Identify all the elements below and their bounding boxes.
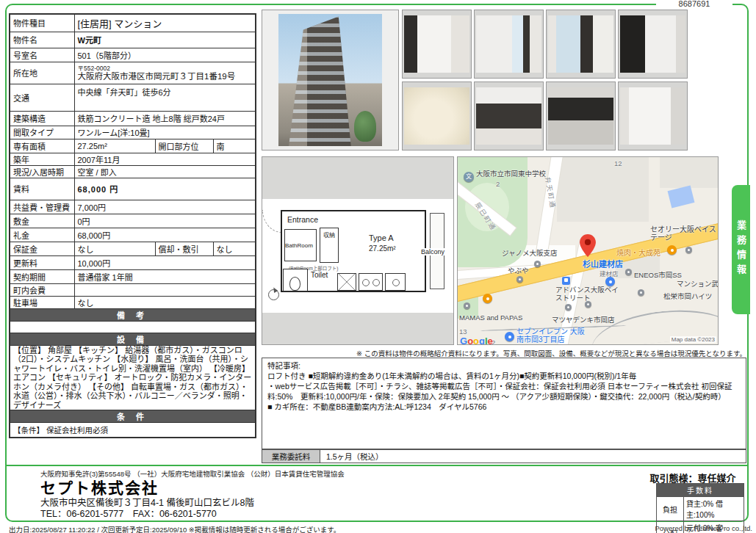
company-tel-fax: TEL：06-6201-5777 FAX：06-6201-5770 [40, 506, 217, 520]
map-label-mamas: MAMAS and PAPAS [459, 314, 522, 322]
row-value [74, 283, 256, 296]
postal-code: 〒552-0002 [78, 65, 253, 72]
map-attribution: Map data ©2023 [670, 336, 716, 343]
row-label: 契約期間 [10, 269, 74, 283]
side-tab-label: 業務情報 [734, 220, 748, 279]
map-label-yakiniku: 焼肉・大成苑 [616, 250, 660, 258]
fee-table-header: 手数料 [657, 484, 744, 497]
station-icon [562, 277, 570, 285]
poi-icon [565, 304, 572, 311]
row-label: 間取タイプ [10, 126, 74, 139]
rent-value: 68,000 円 [74, 178, 256, 200]
fee-row-value: 貸主:0% 借主:100% [684, 497, 744, 521]
photo-interior-window [546, 10, 616, 79]
entrance-door-arc [262, 210, 282, 233]
map-label-advance: アドバンス大阪ベイストリート [555, 286, 623, 302]
map-label-seven3: コンビニエンスストア [516, 344, 579, 345]
section-remarks-header: 備 考 [10, 308, 256, 321]
row-value: なし [74, 296, 256, 308]
floorplan-bathroom-label: BathRoom [285, 242, 313, 249]
floorplan-washer-space [337, 273, 356, 291]
special-notes-title: 特記事項: [267, 360, 741, 371]
row-value: 68,000円 [74, 228, 256, 242]
special-notes-line1: ロフト付き ■短期解約違約金あり(1年未満解約の場合は、賃料の1ヶ月分)■契約更… [267, 371, 741, 381]
output-date-line: 出力日:2025/08/27 11:20:22 / 次回更新予定日:2025/0… [9, 524, 340, 533]
map-label-sugiyama: 杉山建材店 [583, 261, 623, 269]
floorplan-entrance-label: Entrance [287, 215, 318, 224]
map-label-school: 大阪市立市岡東中学校 [476, 170, 546, 178]
section-equipment-header: 設 備 [10, 333, 256, 345]
powered-by: Powered by RealNetPro co.,ltd. [655, 524, 752, 532]
row-value: 501（5階部分） [74, 48, 256, 62]
fee-row-label: 負担 [657, 497, 684, 521]
row-value: 7,000円 [74, 200, 256, 214]
photo-thumbnail-grid [402, 10, 688, 151]
property-name: W元町 [74, 32, 256, 48]
floorplan: Entrance BathRoom 収納 (BathRoom上部ロフト) Toi… [262, 156, 454, 345]
poi-icon [625, 269, 632, 275]
special-notes-line3: ■ カギ所在：不動産BB連動案内方法:AL:呼1234 ダイヤル5766 [267, 402, 741, 412]
map-pin-icon [580, 234, 596, 257]
row-value: 空室 / 即入 [74, 165, 256, 178]
photo-bathroom [402, 81, 472, 151]
row-value: ワンルーム[洋:10畳] [74, 126, 256, 139]
row-label: 号室名 [10, 48, 74, 62]
address-cell: 〒552-0002大阪府大阪市港区市岡元町３丁目1番19号 [74, 62, 256, 84]
row-label: 所在地 [10, 62, 74, 84]
restaurant-icon [667, 245, 677, 255]
floorplan-closet-label: 収納 [323, 231, 335, 239]
compass-icon [268, 289, 279, 300]
row-label: 礼金 [10, 228, 74, 242]
commission-row: 業務委託料 1.5ヶ月（税込） [262, 449, 746, 463]
disclaimer-text: ※ この資料は物件の概略紹介資料になります。写真、間取図面、設備、概要などが現況… [262, 348, 746, 358]
row-label-2: 開口部方位 [155, 139, 213, 153]
row-value: 中央線「弁天町」徒歩6分 [74, 84, 256, 111]
row-label: 更新料 [10, 255, 74, 269]
map-label-seven2: 南市岡3丁目店 [516, 336, 565, 344]
photo-interior-loft-view [474, 10, 544, 79]
floorplan-sink-box [385, 273, 406, 291]
row-value: 27.25m² [74, 139, 155, 153]
building-exterior-image [278, 14, 382, 146]
photo-interior-living [402, 10, 472, 79]
commission-value: 1.5ヶ月（税込） [320, 450, 746, 463]
photo-hallway [618, 81, 688, 151]
poi-icon [534, 261, 541, 267]
poi-icon [516, 276, 523, 283]
commission-label: 業務委託料 [262, 450, 320, 463]
rent-label: 賃料 [10, 178, 74, 200]
row-value: 10,000円 [74, 255, 256, 269]
floorplan-balcony-label: Balcony [421, 248, 444, 255]
poi-icon [585, 301, 591, 308]
row-label: 築年 [10, 153, 74, 165]
convenience-store-icon [505, 332, 514, 341]
poi-icon [638, 289, 644, 296]
photo-kitchen-counter [474, 81, 544, 151]
conditions-text: 【条件】 保証会社利用必須 [10, 423, 256, 438]
map-block-number: 13 [459, 328, 467, 336]
photo-kitchen-stove [546, 81, 616, 151]
row-value-2: 南 [213, 139, 256, 153]
floorplan-toilet-label: Toilet [311, 271, 328, 279]
floorplan-type-label: Type A [369, 233, 394, 242]
row-value-2: なし [213, 242, 256, 255]
map-label-takechi: マンション武智 [677, 280, 719, 289]
row-value: なし [74, 242, 155, 255]
school-icon: 文 [464, 172, 474, 182]
map-label-seven1: セブンイレブン 大阪 [516, 328, 585, 336]
row-label-2: 償却・敷引 [155, 242, 213, 255]
poi-icon [464, 302, 470, 309]
floorplan-toilet-box [283, 269, 308, 291]
map-label-janome: ジャノメ大阪支店 [502, 250, 558, 258]
row-label: 物件種目 [10, 14, 74, 32]
equipment-text: 【位置】 角部屋 【キッチン】 給湯器（都市ガス）・ガスコンロ（2口）・システム… [10, 345, 256, 410]
side-tab-business-info: 業務情報 [732, 185, 750, 314]
map-label-matsuya: マツヤデンキ市岡店 [552, 316, 615, 324]
floorplan-area-label: 27.25m² [369, 244, 396, 253]
toilet-fixture [289, 277, 300, 291]
row-value: 2007年11月 [74, 153, 256, 165]
map-label-eneos: ENEOS市岡SS [634, 272, 682, 280]
location-map: 12 文 大阪市立市岡東中学校 2 弁天町通 辰巳町通 セオリー大阪ベイステージ… [457, 156, 719, 345]
address-text: 大阪府大阪市港区市岡元町３丁目1番19号 [78, 72, 253, 81]
map-block-number: 12 [614, 160, 622, 168]
